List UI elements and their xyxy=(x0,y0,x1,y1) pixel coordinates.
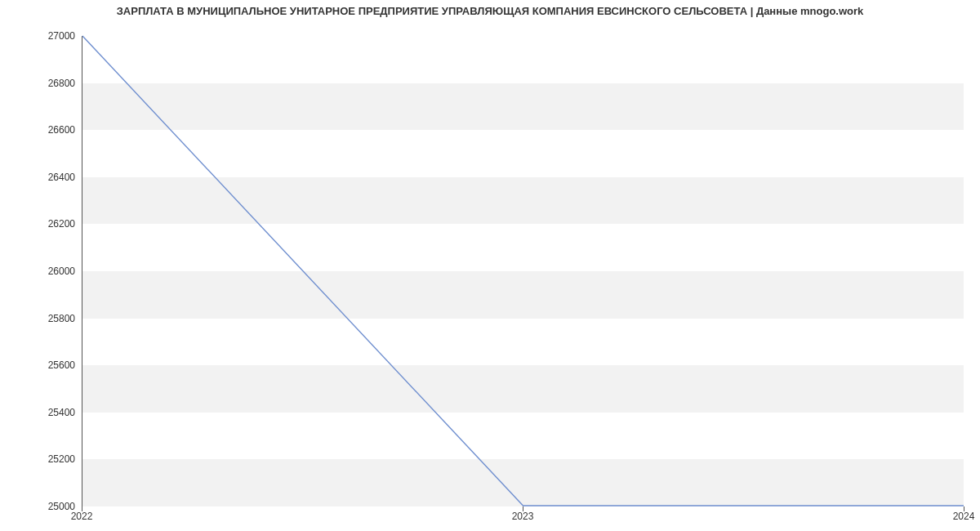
y-tick-label: 26200 xyxy=(48,218,75,230)
chart-container: ЗАРПЛАТА В МУНИЦИПАЛЬНОЕ УНИТАРНОЕ ПРЕДП… xyxy=(0,0,980,531)
y-tick-label: 27000 xyxy=(48,30,75,42)
x-tick xyxy=(82,506,82,511)
y-tick-label: 25600 xyxy=(48,359,75,371)
y-tick-label: 26600 xyxy=(48,124,75,136)
y-tick-label: 25200 xyxy=(48,453,75,465)
line-series xyxy=(82,36,964,506)
x-tick-label: 2023 xyxy=(512,511,534,522)
plot-area xyxy=(82,36,964,506)
y-tick-label: 25400 xyxy=(48,407,75,418)
x-tick-label: 2024 xyxy=(953,511,975,522)
x-tick xyxy=(964,506,964,511)
x-tick xyxy=(523,506,523,511)
chart-title: ЗАРПЛАТА В МУНИЦИПАЛЬНОЕ УНИТАРНОЕ ПРЕДП… xyxy=(0,5,980,17)
y-tick-label: 25800 xyxy=(48,313,75,324)
y-tick-label: 26000 xyxy=(48,266,75,277)
y-tick-label: 26800 xyxy=(48,78,75,89)
y-tick-label: 26400 xyxy=(48,172,75,183)
x-tick-label: 2022 xyxy=(71,511,93,522)
